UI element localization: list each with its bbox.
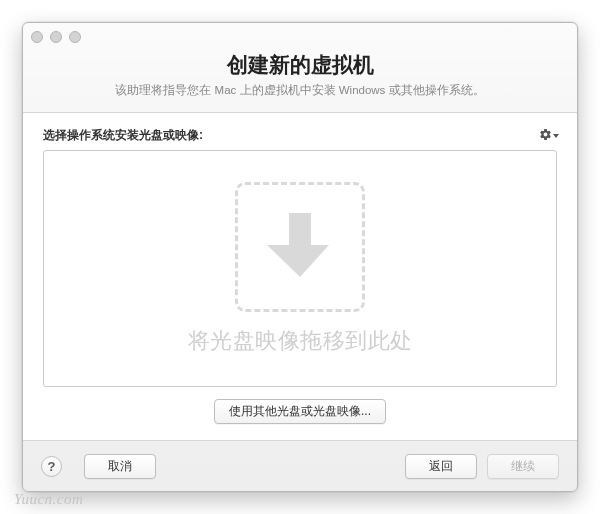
section-header-row: 选择操作系统安装光盘或映像: <box>43 127 557 144</box>
watermark: Yuucn.com <box>14 491 83 508</box>
dropzone-inner: 将光盘映像拖移到此处 <box>188 182 413 356</box>
minimize-window-button[interactable] <box>50 31 62 43</box>
help-button[interactable]: ? <box>41 456 62 477</box>
back-button[interactable]: 返回 <box>405 454 477 479</box>
gear-icon <box>539 127 552 145</box>
use-other-disc-button[interactable]: 使用其他光盘或光盘映像... <box>214 399 386 424</box>
content-area: 选择操作系统安装光盘或映像: 将光盘映像拖移到此处 <box>23 112 577 441</box>
chevron-down-icon <box>553 134 559 138</box>
cancel-button[interactable]: 取消 <box>84 454 156 479</box>
other-disc-row: 使用其他光盘或光盘映像... <box>43 399 557 424</box>
zoom-window-button[interactable] <box>69 31 81 43</box>
page-title: 创建新的虚拟机 <box>43 51 557 79</box>
arrow-down-icon <box>267 209 333 285</box>
settings-dropdown[interactable] <box>539 129 557 143</box>
close-window-button[interactable] <box>31 31 43 43</box>
dropzone-dashed-frame <box>235 182 365 312</box>
select-disc-label: 选择操作系统安装光盘或映像: <box>43 127 203 144</box>
disc-image-dropzone[interactable]: 将光盘映像拖移到此处 <box>43 150 557 387</box>
titlebar <box>23 23 577 45</box>
continue-button: 继续 <box>487 454 559 479</box>
footer: ? 取消 返回 继续 <box>23 441 577 491</box>
page-subtitle: 该助理将指导您在 Mac 上的虚拟机中安装 Windows 或其他操作系统。 <box>43 83 557 98</box>
header: 创建新的虚拟机 该助理将指导您在 Mac 上的虚拟机中安装 Windows 或其… <box>23 45 577 112</box>
wizard-window: 创建新的虚拟机 该助理将指导您在 Mac 上的虚拟机中安装 Windows 或其… <box>22 22 578 492</box>
dropzone-placeholder-text: 将光盘映像拖移到此处 <box>188 326 413 356</box>
